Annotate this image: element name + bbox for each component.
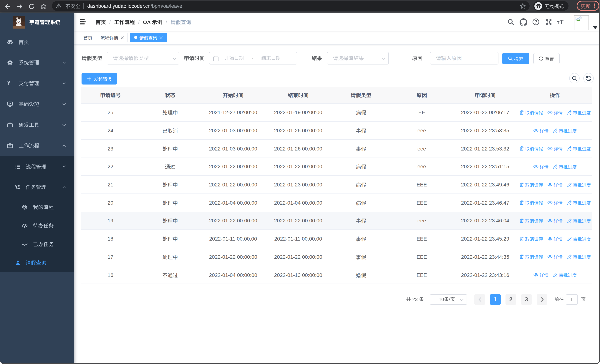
svg-text:T: T (557, 20, 560, 25)
svg-text:T: T (560, 19, 563, 25)
